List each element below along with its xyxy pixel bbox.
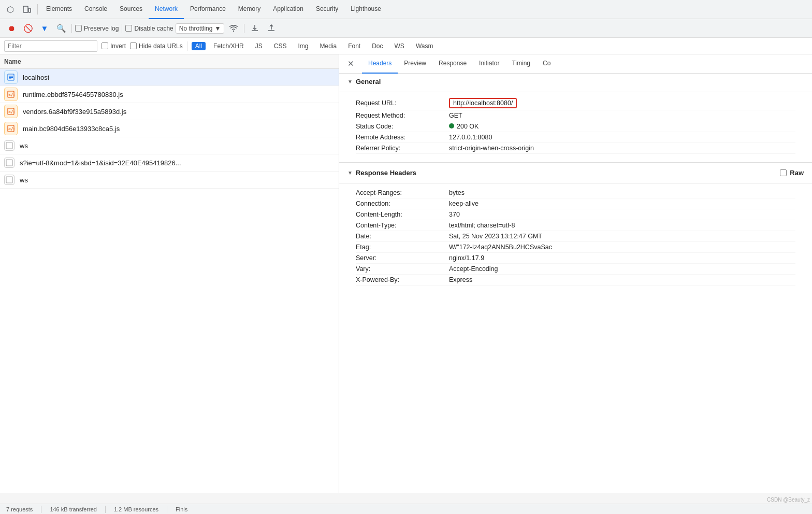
import-button[interactable] [248,21,262,36]
invert-label[interactable]: Invert [102,42,126,50]
tab-sources[interactable]: Sources [113,0,149,19]
header-key: X-Powered-By: [356,276,449,283]
raw-checkbox-container: Raw [780,169,804,177]
filter-divider [187,41,187,51]
request-list-header: Name [0,54,339,69]
header-val: bytes [449,189,465,196]
filter-js[interactable]: JS [252,42,266,50]
filter-img[interactable]: Img [294,42,312,50]
device-toolbar-icon[interactable] [19,1,35,18]
preserve-log-checkbox[interactable] [75,25,82,32]
request-row[interactable]: </> runtime.ebbdf87546455780830.js [0,86,339,103]
svg-text:</>: </> [8,110,15,115]
header-row: Content-Type: text/html; charset=utf-8 [356,220,795,231]
header-row: Content-Length: 370 [356,209,795,220]
request-row[interactable]: ws [0,137,339,154]
svg-rect-13 [6,160,12,166]
filter-wasm[interactable]: Wasm [412,42,437,50]
preserve-log-label[interactable]: Preserve log [75,25,119,32]
js-file-icon: </> [4,88,18,101]
tab-response[interactable]: Response [432,54,473,74]
svg-text:</>: </> [8,93,15,97]
detail-tab-bar: ✕ Headers Preview Response Initiator Tim… [339,54,812,74]
header-row: Server: nginx/1.17.9 [356,253,795,264]
tab-performance[interactable]: Performance [184,0,232,19]
toolbar-divider-3 [244,24,244,33]
disable-cache-checkbox[interactable] [125,25,132,32]
request-row[interactable]: s?ie=utf-8&mod=1&isbd=1&isid=32E40E49541… [0,154,339,172]
raw-checkbox[interactable] [780,169,787,176]
filter-css[interactable]: CSS [270,42,291,50]
filter-ws[interactable]: WS [391,42,408,50]
disable-cache-label[interactable]: Disable cache [125,25,173,32]
filter-font[interactable]: Font [344,42,364,50]
request-name: localhost [23,74,49,81]
filter-icon[interactable]: ▼ [37,21,52,36]
request-row[interactable]: </> vendors.6a84bf9f33e915a5893d.js [0,103,339,120]
tab-timing[interactable]: Timing [505,54,536,74]
cursor-icon[interactable]: ⬡ [2,1,19,18]
header-row: Status Code: 200 OK [356,121,795,132]
tab-application[interactable]: Application [267,0,310,19]
wifi-icon[interactable] [226,21,241,36]
hide-data-urls-label[interactable]: Hide data URLs [130,42,183,50]
header-key: Date: [356,233,449,240]
header-key: Content-Type: [356,222,449,229]
clear-button[interactable]: 🚫 [21,21,35,36]
tab-headers[interactable]: Headers [362,54,398,74]
status-green-dot [449,123,454,128]
tab-co[interactable]: Co [536,54,557,74]
triangle-icon: ▼ [347,170,353,176]
request-row[interactable]: </> main.bc9804d56e13933c8ca5.js [0,120,339,137]
request-row[interactable]: localhost [0,69,339,86]
header-row: Accept-Ranges: bytes [356,188,795,198]
tab-lighthouse[interactable]: Lighthouse [344,0,387,19]
request-name: runtime.ebbdf87546455780830.js [23,91,123,98]
filter-bar: Invert Hide data URLs All Fetch/XHR JS C… [0,38,812,54]
filter-media[interactable]: Media [316,42,340,50]
throttle-select[interactable]: No throttling ▼ [176,23,225,34]
filter-all[interactable]: All [192,42,206,50]
header-key: Request URL: [356,99,449,107]
filter-input[interactable] [4,40,97,52]
tab-preview[interactable]: Preview [398,54,432,74]
header-val: 127.0.0.1:8080 [449,134,492,141]
filter-doc[interactable]: Doc [368,42,386,50]
request-name: main.bc9804d56e13933c8ca5.js [23,125,120,133]
ws-file-icon [4,158,15,168]
tab-security[interactable]: Security [310,0,344,19]
ws-file-icon [4,140,15,151]
js-file-icon: </> [4,105,18,118]
request-name: ws [20,142,28,150]
section-divider-2 [339,162,812,163]
request-name: vendors.6a84bf9f33e915a5893d.js [23,108,126,116]
header-val: W/"172-Iz4aq2ANN5Bu2HCSvaSac [449,244,552,251]
header-key: Referrer Policy: [356,145,449,152]
response-headers-section-header[interactable]: ▼ Response Headers Raw [339,165,812,181]
response-headers-table: Accept-Ranges: bytes Connection: keep-al… [339,185,812,292]
header-val: keep-alive [449,200,479,207]
general-section-header[interactable]: ▼ General [339,74,812,90]
header-val: strict-origin-when-cross-origin [449,145,534,152]
tab-initiator[interactable]: Initiator [473,54,505,74]
export-button[interactable] [264,21,279,36]
detail-panel: ✕ Headers Preview Response Initiator Tim… [339,54,812,493]
filter-fetch-xhr[interactable]: Fetch/XHR [210,42,248,50]
record-button[interactable]: ⏺ [4,21,19,36]
tab-memory[interactable]: Memory [232,0,267,19]
hide-data-urls-checkbox[interactable] [130,42,137,49]
request-list: Name localhost </> runtime.ebbdf87546455… [0,54,339,493]
close-icon[interactable]: ✕ [343,56,358,71]
header-row: Vary: Accept-Encoding [356,264,795,275]
network-toolbar: ⏺ 🚫 ▼ 🔍 Preserve log Disable cache No th… [0,19,812,38]
invert-checkbox[interactable] [102,42,108,49]
header-key: Status Code: [356,123,449,130]
search-button[interactable]: 🔍 [54,21,68,36]
chevron-down-icon: ▼ [214,25,221,32]
tab-elements[interactable]: Elements [40,0,78,19]
svg-rect-1 [28,8,31,12]
request-row[interactable]: ws [0,172,339,189]
tab-network[interactable]: Network [149,0,184,19]
header-row: Remote Address: 127.0.0.1:8080 [356,132,795,143]
tab-console[interactable]: Console [78,0,113,19]
